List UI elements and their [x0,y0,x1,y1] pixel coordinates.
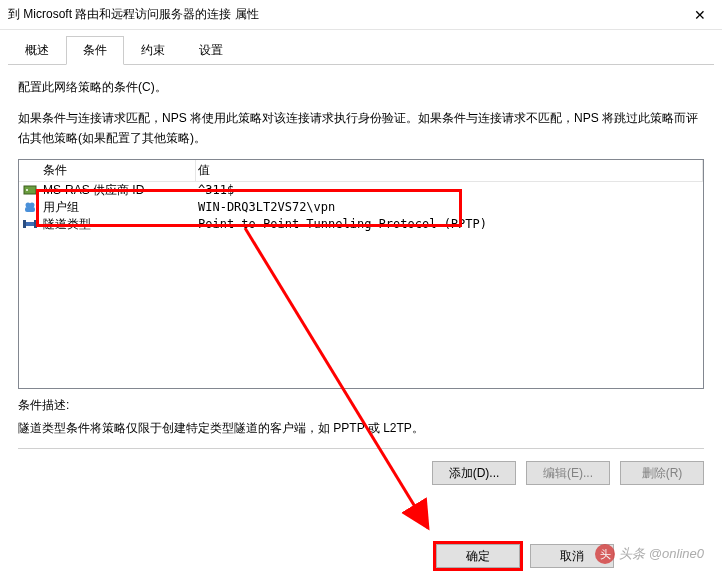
tab-settings[interactable]: 设置 [182,36,240,64]
header-condition[interactable]: 条件 [41,160,196,181]
detail-label: 条件描述: [18,397,704,414]
description-text: 如果条件与连接请求匹配，NPS 将使用此策略对该连接请求执行身份验证。如果条件与… [18,108,704,149]
row-value: Point-to-Point Tunneling Protocol (PPTP) [196,217,703,231]
add-button[interactable]: 添加(D)... [432,461,516,485]
tab-conditions[interactable]: 条件 [66,36,124,65]
svg-rect-6 [23,220,26,228]
dialog-footer: 确定 取消 应用 [436,544,708,568]
remove-button[interactable]: 删除(R) [620,461,704,485]
row-name: 用户组 [41,199,196,216]
svg-point-1 [26,189,28,191]
titlebar: 到 Microsoft 路由和远程访问服务器的连接 属性 ✕ [0,0,722,30]
ok-button[interactable]: 确定 [436,544,520,568]
window-title: 到 Microsoft 路由和远程访问服务器的连接 属性 [8,6,259,23]
tab-constraints[interactable]: 约束 [124,36,182,64]
tunnel-icon [19,217,41,231]
tab-overview[interactable]: 概述 [8,36,66,64]
svg-rect-4 [25,207,35,212]
content-area: 配置此网络策略的条件(C)。 如果条件与连接请求匹配，NPS 将使用此策略对该连… [0,65,722,389]
svg-rect-0 [24,186,36,194]
tab-strip: 概述 条件 约束 设置 [8,36,714,65]
row-name: 隧道类型 [41,216,196,233]
list-row[interactable]: MS-RAS 供应商 ID ^311$ [19,182,703,199]
group-icon [19,200,41,214]
close-icon: ✕ [694,7,706,23]
row-name: MS-RAS 供应商 ID [41,182,196,199]
svg-point-3 [30,203,35,208]
close-button[interactable]: ✕ [677,0,722,30]
divider [18,448,704,449]
list-row[interactable]: 用户组 WIN-DRQ3LT2VS72\vpn [19,199,703,216]
cancel-button[interactable]: 取消 [530,544,614,568]
detail-text: 隧道类型条件将策略仅限于创建特定类型隧道的客户端，如 PPTP 或 L2TP。 [18,418,704,438]
edit-button[interactable]: 编辑(E)... [526,461,610,485]
row-value: ^311$ [196,183,703,197]
row-value: WIN-DRQ3LT2VS72\vpn [196,200,703,214]
conditions-list[interactable]: 条件 值 MS-RAS 供应商 ID ^311$ 用户组 WIN-DRQ3LT2… [18,159,704,389]
list-row[interactable]: 隧道类型 Point-to-Point Tunneling Protocol (… [19,216,703,233]
list-header: 条件 值 [19,160,703,182]
config-label: 配置此网络策略的条件(C)。 [18,79,704,96]
header-icon-col [19,160,41,181]
svg-rect-7 [34,220,37,228]
msras-icon [19,183,41,197]
condition-buttons: 添加(D)... 编辑(E)... 删除(R) [18,461,704,485]
header-value[interactable]: 值 [196,160,703,181]
